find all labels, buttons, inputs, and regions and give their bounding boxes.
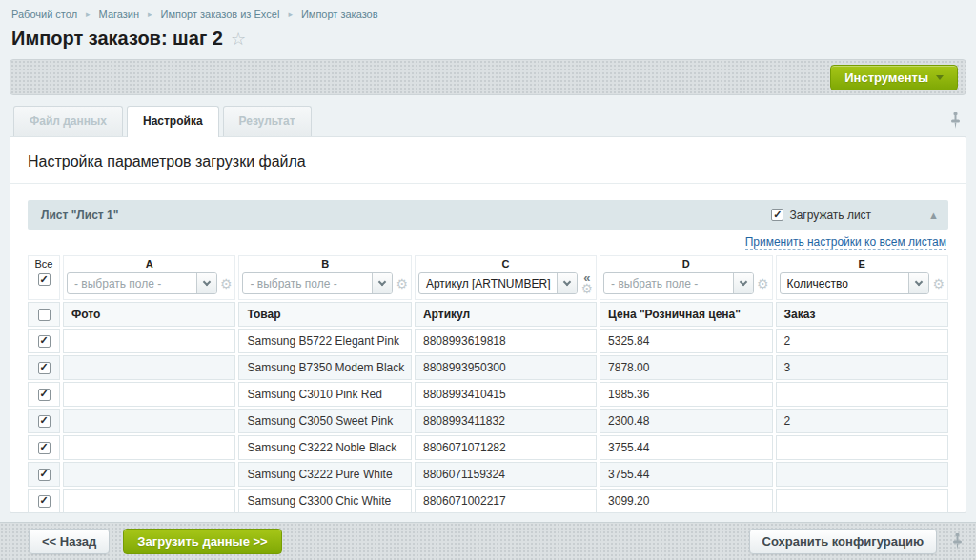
pin-icon[interactable] [952,533,963,550]
cell-price: 3755.44 [600,435,772,460]
cell-order: 2 [776,409,948,433]
select-all-label: Все [35,257,53,270]
column-header-article: Артикул [415,302,597,327]
breadcrumb-desktop[interactable]: Рабочий стол [11,9,77,20]
field-select-b[interactable]: - выбрать поле - [242,272,393,294]
cell-article: 8808993411832 [415,409,597,433]
column-map-a: A - выбрать поле - ⚙ [63,255,235,300]
tab-result: Результат [223,106,312,136]
table-row-checkbox-cell [28,409,60,433]
cell-price: 5325.84 [600,329,772,353]
cell-price: 2300.48 [600,409,772,433]
cell-product: Samsung C3222 Noble Black [238,435,411,460]
load-data-button[interactable]: Загрузить данные >> [123,529,281,554]
sheet-title: Лист "Лист 1" [41,209,118,222]
table-row-checkbox-cell [28,435,60,460]
header-checkbox[interactable] [38,309,51,321]
tab-bar: Файл данных Настройка Результат [10,105,966,136]
column-header-photo: Фото [63,302,235,327]
table-row-checkbox-cell [28,355,60,380]
cell-article: 8806071071282 [415,435,597,460]
sheet-header: Лист "Лист 1" Загружать лист ▲ [28,200,948,230]
select-all-cell: Все [28,255,60,300]
cell-price: 7878.00 [600,355,772,380]
save-configuration-button[interactable]: Сохранить конфигурацию [749,529,937,554]
column-map-e: E Количество ⚙ [776,255,948,300]
load-sheet-label: Загружать лист [789,209,871,222]
table-row-checkbox-cell [28,329,60,353]
cell-product: Samsung C3010 Pink Red [238,382,411,407]
collapse-sheet-icon[interactable]: ▲ [928,210,939,221]
cell-photo [63,409,235,433]
cell-photo [63,355,235,380]
breadcrumb-arrow-icon: ▸ [86,10,91,19]
cell-order: 2 [776,329,948,353]
cell-photo [63,435,235,460]
apply-to-all-sheets-link[interactable]: Применить настройки ко всем листам [745,235,946,250]
breadcrumb-arrow-icon: ▸ [288,10,293,19]
gear-icon[interactable]: ⚙ [757,278,769,290]
cell-article: 8808993619818 [415,329,597,353]
breadcrumb: Рабочий стол ▸ Магазин ▸ Импорт заказов … [0,0,976,22]
row-checkbox[interactable] [38,442,51,454]
cell-photo [63,382,235,407]
row-checkbox[interactable] [38,389,51,401]
column-map-b: B - выбрать поле - ⚙ [238,255,411,300]
chevron-down-icon [196,273,216,293]
cell-photo [63,462,235,487]
row-checkbox[interactable] [38,415,51,428]
chevron-down-icon [372,273,392,293]
table-row-checkbox-cell [28,489,60,513]
row-checkbox[interactable] [38,335,51,348]
gear-icon[interactable]: ⚙ [932,278,945,290]
row-checkbox[interactable] [38,495,51,508]
row-checkbox[interactable] [38,469,51,481]
tools-button[interactable]: Инструменты [830,65,958,90]
load-sheet-checkbox[interactable] [771,209,783,221]
cell-photo [63,489,235,513]
cell-article: 8808993950300 [415,355,597,380]
settings-panel: Настройка параметров загрузки файла Лист… [10,136,966,513]
back-button[interactable]: << Назад [29,529,110,554]
chevron-down-icon [936,75,944,80]
cell-price: 1985.36 [600,382,772,407]
breadcrumb-import-orders[interactable]: Импорт заказов [301,9,378,20]
gear-icon[interactable]: ⚙ [580,283,593,294]
page-title: Импорт заказов: шаг 2 [11,28,223,50]
column-header-product: Товар [238,302,411,327]
chevron-down-icon [733,273,753,293]
select-all-checkbox[interactable] [38,273,51,286]
cell-article: 8806071159324 [415,462,597,487]
tools-button-label: Инструменты [844,70,928,85]
chevron-down-icon [908,273,928,293]
pin-icon[interactable] [945,112,966,129]
breadcrumb-arrow-icon: ▸ [148,10,152,19]
column-map-d: D - выбрать поле - ⚙ [600,255,772,300]
footer-bar: << Назад Загрузить данные >> Сохранить к… [0,522,976,560]
cell-product: Samsung C3300 Chic White [238,489,411,513]
field-select-a[interactable]: - выбрать поле - [67,272,217,294]
cell-product: Samsung C3050 Sweet Pink [238,409,411,433]
cell-price: 3099.20 [600,489,772,513]
panel-heading: Настройка параметров загрузки файла [10,137,966,184]
gear-icon[interactable]: ⚙ [220,278,233,290]
favorite-star-icon[interactable]: ☆ [231,29,246,50]
field-select-d[interactable]: - выбрать поле - [603,272,754,294]
cell-price: 3755.44 [600,462,772,487]
breadcrumb-import-excel[interactable]: Импорт заказов из Excel [161,9,280,20]
cell-order [776,489,948,513]
cell-order [776,462,948,487]
column-header-order: Заказ [776,302,948,327]
tab-settings[interactable]: Настройка [127,106,219,137]
field-select-c[interactable]: Артикул [ARTNUMBER] [418,272,579,294]
cell-article: 8806071002217 [415,489,597,513]
gear-icon[interactable]: ⚙ [396,278,408,290]
mapping-table: Все A - выбрать поле - ⚙ B - выбрать п [28,255,948,513]
cell-product: Samsung C3222 Pure White [238,462,411,487]
breadcrumb-shop[interactable]: Магазин [99,9,139,20]
column-map-c: C Артикул [ARTNUMBER] « ⚙ [415,255,597,300]
row-checkbox[interactable] [38,362,51,374]
table-row-checkbox-cell [28,382,60,407]
field-select-e[interactable]: Количество [780,272,930,294]
cell-order [776,382,948,407]
